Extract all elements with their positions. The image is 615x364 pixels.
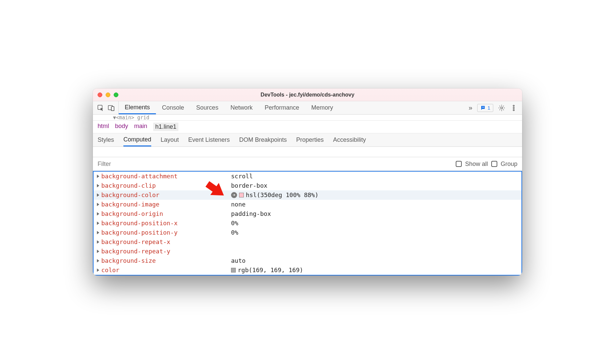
minimize-window-button[interactable] (106, 93, 110, 97)
computed-property-row[interactable]: background-sizeauto (94, 256, 521, 265)
inspect-controls (95, 101, 119, 114)
property-value: rgb(169, 169, 169) (231, 265, 521, 275)
sidebar-tab-strip: Styles Computed Layout Event Listeners D… (93, 133, 522, 147)
svg-point-7 (513, 107, 514, 109)
computed-property-row[interactable]: background-clipborder-box (94, 181, 521, 190)
breadcrumb-item-selected[interactable]: h1.line1 (153, 123, 178, 131)
issues-count: 1 (488, 105, 490, 111)
panel-tab-event-listeners[interactable]: Event Listeners (188, 133, 230, 146)
color-swatch[interactable] (239, 193, 244, 197)
more-tabs-button[interactable]: » (469, 104, 472, 112)
tab-memory[interactable]: Memory (305, 101, 339, 114)
property-value: ➜hsl(350deg 100% 88%) (231, 190, 521, 200)
computed-property-row[interactable]: background-repeat-y (94, 247, 521, 256)
property-name: background-repeat-y (97, 247, 231, 256)
window-title: DevTools - jec.fyi/demo/cds-anchovy (93, 92, 522, 98)
property-name: background-clip (97, 181, 231, 190)
property-name: color (97, 265, 231, 275)
main-tabs: Elements Console Sources Network Perform… (119, 101, 339, 114)
property-value: 0% (231, 228, 521, 237)
property-value: border-box (231, 181, 521, 190)
breadcrumb-item[interactable]: html (98, 123, 109, 131)
expand-triangle-icon[interactable] (97, 240, 99, 244)
property-name: background-image (97, 200, 231, 209)
computed-property-row[interactable]: background-originpadding-box (94, 209, 521, 219)
issues-badge[interactable]: 1 (477, 104, 493, 112)
expand-triangle-icon[interactable] (97, 268, 99, 272)
property-name: background-color (97, 190, 231, 200)
property-name: background-origin (97, 209, 231, 219)
expand-triangle-icon[interactable] (97, 259, 99, 262)
property-name: background-repeat-x (97, 237, 231, 247)
property-value: 0% (231, 219, 521, 228)
breadcrumb-item[interactable]: main (134, 123, 147, 131)
property-name: background-size (97, 256, 231, 265)
window-controls (93, 93, 118, 97)
expand-triangle-icon[interactable] (97, 203, 99, 206)
svg-rect-4 (482, 107, 484, 108)
devtools-window: DevTools - jec.fyi/demo/cds-anchovy Elem… (93, 88, 522, 276)
panel-tab-computed[interactable]: Computed (123, 133, 151, 146)
computed-properties-pane[interactable]: background-attachmentscrollbackground-cl… (93, 171, 522, 276)
expand-triangle-icon[interactable] (97, 222, 99, 225)
tab-performance[interactable]: Performance (259, 101, 305, 114)
show-all-label: Show all (465, 161, 488, 168)
color-swatch[interactable] (231, 268, 236, 272)
expand-triangle-icon[interactable] (97, 250, 99, 253)
filter-input[interactable] (98, 161, 175, 168)
close-window-button[interactable] (98, 93, 102, 97)
kebab-menu-icon[interactable] (510, 104, 517, 112)
device-toolbar-icon[interactable] (108, 104, 115, 112)
property-value: none (231, 200, 521, 209)
expand-triangle-icon[interactable] (97, 175, 99, 178)
computed-property-row[interactable]: background-position-y0% (94, 228, 521, 237)
property-name: background-attachment (97, 172, 231, 181)
panel-tab-properties[interactable]: Properties (296, 133, 324, 146)
expand-triangle-icon[interactable] (97, 231, 99, 234)
computed-property-row[interactable]: background-attachmentscroll (94, 172, 521, 181)
property-value: scroll (231, 172, 521, 181)
tab-network[interactable]: Network (224, 101, 259, 114)
gear-icon[interactable] (498, 104, 505, 112)
titlebar: DevTools - jec.fyi/demo/cds-anchovy (93, 88, 522, 101)
main-tab-strip: Elements Console Sources Network Perform… (93, 101, 522, 115)
computed-filter-bar: Show all Group (93, 157, 522, 171)
property-value (231, 247, 521, 256)
maximize-window-button[interactable] (114, 93, 118, 97)
group-label: Group (501, 161, 517, 168)
svg-point-5 (501, 107, 503, 109)
computed-property-row[interactable]: background-position-x0% (94, 219, 521, 228)
svg-rect-2 (111, 107, 114, 111)
property-value (231, 237, 521, 247)
panel-tab-styles[interactable]: Styles (98, 133, 114, 146)
tab-sources[interactable]: Sources (190, 101, 224, 114)
issues-icon (480, 105, 486, 111)
dom-tree-snippet[interactable]: ▼<main> grid (93, 115, 522, 121)
panel-tab-dom-breakpoints[interactable]: DOM Breakpoints (239, 133, 287, 146)
property-name: background-position-y (97, 228, 231, 237)
svg-point-6 (513, 105, 514, 106)
expand-triangle-icon[interactable] (97, 193, 99, 197)
panel-tab-layout[interactable]: Layout (161, 133, 179, 146)
computed-property-row[interactable]: background-imagenone (94, 200, 521, 209)
computed-property-row[interactable]: colorrgb(169, 169, 169) (94, 265, 521, 275)
panel-tab-accessibility[interactable]: Accessibility (333, 133, 366, 146)
tab-elements[interactable]: Elements (119, 101, 156, 114)
breadcrumb: html body main h1.line1 (93, 121, 522, 133)
expand-triangle-icon[interactable] (97, 184, 99, 187)
inspect-element-icon[interactable] (97, 104, 104, 112)
group-checkbox[interactable] (491, 161, 497, 167)
expand-triangle-icon[interactable] (97, 212, 99, 216)
breadcrumb-item[interactable]: body (115, 123, 128, 131)
navigate-arrow-icon[interactable]: ➜ (231, 192, 237, 198)
svg-point-8 (513, 109, 514, 111)
computed-property-row[interactable]: background-color➜hsl(350deg 100% 88%) (94, 190, 521, 200)
property-value: padding-box (231, 209, 521, 219)
computed-property-row[interactable]: background-repeat-x (94, 237, 521, 247)
property-value: auto (231, 256, 521, 265)
tab-console[interactable]: Console (156, 101, 190, 114)
property-name: background-position-x (97, 219, 231, 228)
show-all-checkbox[interactable] (456, 161, 462, 167)
